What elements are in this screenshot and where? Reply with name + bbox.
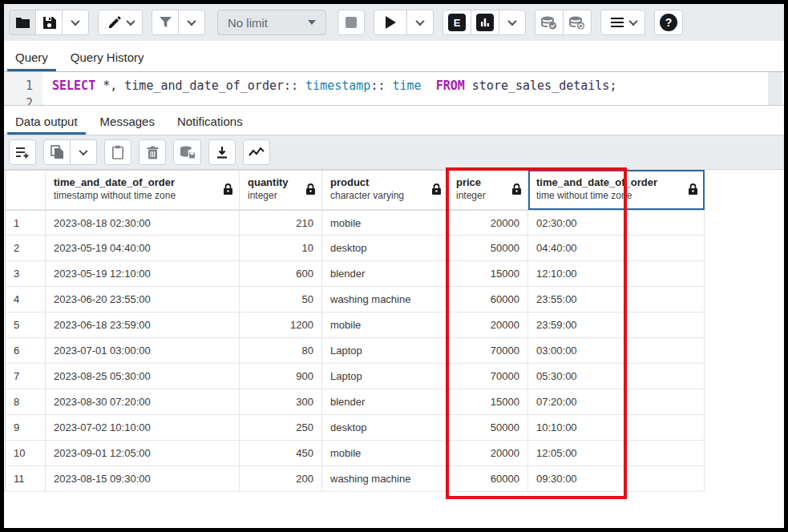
add-row-button[interactable] <box>9 139 36 165</box>
explain-options-button[interactable] <box>499 10 526 35</box>
tab-messages[interactable]: Messages <box>89 115 166 135</box>
copy-button[interactable] <box>43 139 71 165</box>
cell-time_and_date_of_order[interactable]: 09:30:00 <box>528 466 705 492</box>
cell-quantity[interactable]: 450 <box>240 441 322 466</box>
cell-time_and_date_of_order[interactable]: 2023-06-20 23:55:00 <box>46 287 240 312</box>
column-header-product[interactable]: productcharacter varying <box>322 170 448 210</box>
cell-price[interactable]: 15000 <box>448 261 528 287</box>
cell-price[interactable]: 70000 <box>448 338 528 364</box>
cell-price[interactable]: 20000 <box>448 312 528 338</box>
row-number[interactable]: 10 <box>5 441 46 466</box>
cell-product[interactable]: blender <box>322 389 448 415</box>
cell-quantity[interactable]: 600 <box>240 261 322 287</box>
row-number[interactable]: 9 <box>5 415 46 441</box>
cell-time_and_date_of_order[interactable]: 2023-07-02 10:10:00 <box>46 415 240 441</box>
sql-editor[interactable]: 1 2 SELECT *, time_and_date_of_order:: t… <box>4 72 784 106</box>
tab-query-history[interactable]: Query History <box>59 50 156 71</box>
column-header-time_and_date_of_order-time[interactable]: time_and_date_of_ordertime without time … <box>528 170 705 210</box>
cell-quantity[interactable]: 1200 <box>240 312 322 338</box>
cell-time_and_date_of_order[interactable]: 2023-07-01 03:00:00 <box>46 338 240 364</box>
cell-time_and_date_of_order[interactable]: 2023-08-18 02:30:00 <box>46 210 240 236</box>
explain-analyze-button[interactable] <box>471 10 499 35</box>
sql-code-line[interactable]: SELECT *, time_and_date_of_order:: times… <box>42 72 616 105</box>
cell-time_and_date_of_order[interactable]: 2023-08-30 07:20:00 <box>46 389 240 415</box>
cell-price[interactable]: 15000 <box>448 389 528 415</box>
tab-notifications[interactable]: Notifications <box>166 115 254 135</box>
cell-quantity[interactable]: 250 <box>240 415 322 441</box>
commit-button[interactable] <box>535 10 564 35</box>
cell-quantity[interactable]: 50 <box>240 287 322 312</box>
grid-corner-cell[interactable] <box>5 170 46 210</box>
cell-time_and_date_of_order[interactable]: 02:30:00 <box>528 210 705 236</box>
cell-price[interactable]: 60000 <box>448 466 528 492</box>
row-number[interactable]: 3 <box>5 261 46 287</box>
cell-price[interactable]: 60000 <box>448 287 528 312</box>
cell-time_and_date_of_order[interactable]: 23:55:00 <box>528 287 705 312</box>
cell-time_and_date_of_order[interactable]: 23:59:00 <box>528 312 705 338</box>
open-file-button[interactable] <box>9 10 36 35</box>
chart-button[interactable] <box>243 139 270 165</box>
column-header-price[interactable]: priceinteger <box>448 170 528 210</box>
cell-product[interactable]: mobile <box>322 441 448 466</box>
cell-product[interactable]: mobile <box>322 312 448 338</box>
cell-product[interactable]: mobile <box>322 210 448 236</box>
save-options-button[interactable] <box>62 10 89 35</box>
help-button[interactable]: ? <box>654 10 683 35</box>
row-number[interactable]: 7 <box>5 364 46 389</box>
delete-row-button[interactable] <box>139 139 166 165</box>
tab-query[interactable]: Query <box>4 50 59 71</box>
explain-button[interactable]: E <box>442 10 471 35</box>
row-number[interactable]: 2 <box>5 236 46 261</box>
cell-price[interactable]: 20000 <box>448 441 528 466</box>
execute-options-button[interactable] <box>406 10 434 35</box>
cell-product[interactable]: Laptop <box>322 338 448 364</box>
tab-data-output[interactable]: Data output <box>4 115 89 135</box>
paste-button[interactable] <box>104 139 131 165</box>
rollback-button[interactable] <box>563 10 592 35</box>
row-number[interactable]: 8 <box>5 389 46 415</box>
cell-time_and_date_of_order[interactable]: 2023-05-19 04:40:00 <box>46 236 240 261</box>
cell-product[interactable]: Laptop <box>322 364 448 389</box>
cell-time_and_date_of_order[interactable]: 2023-06-18 23:59:00 <box>46 312 240 338</box>
save-data-changes-button[interactable] <box>173 139 201 165</box>
row-number[interactable]: 1 <box>5 210 46 236</box>
row-number[interactable]: 6 <box>5 338 46 364</box>
cell-quantity[interactable]: 210 <box>240 210 322 236</box>
cell-price[interactable]: 50000 <box>448 415 528 441</box>
cell-quantity[interactable]: 10 <box>240 236 322 261</box>
cell-product[interactable]: washing machine <box>322 287 448 312</box>
filter-options-button[interactable] <box>178 10 205 35</box>
cell-quantity[interactable]: 80 <box>240 338 322 364</box>
cell-time_and_date_of_order[interactable]: 2023-08-15 09:30:00 <box>46 466 240 492</box>
cell-time_and_date_of_order[interactable]: 2023-09-01 12:05:00 <box>46 441 240 466</box>
cell-time_and_date_of_order[interactable]: 10:10:00 <box>528 415 705 441</box>
cell-time_and_date_of_order[interactable]: 07:20:00 <box>528 389 705 415</box>
execute-button[interactable] <box>374 10 407 35</box>
filter-button[interactable] <box>152 10 179 35</box>
cell-time_and_date_of_order[interactable]: 04:40:00 <box>528 236 705 261</box>
row-limit-select[interactable]: No limit <box>217 10 326 35</box>
cell-quantity[interactable]: 200 <box>240 466 322 492</box>
cell-product[interactable]: desktop <box>322 415 448 441</box>
cell-quantity[interactable]: 300 <box>240 389 322 415</box>
save-file-button[interactable] <box>35 10 63 35</box>
stop-button[interactable] <box>337 10 365 35</box>
row-number[interactable]: 4 <box>5 287 46 312</box>
cell-product[interactable]: blender <box>322 261 448 287</box>
cell-time_and_date_of_order[interactable]: 05:30:00 <box>528 364 705 389</box>
cell-time_and_date_of_order[interactable]: 2023-05-19 12:10:00 <box>46 261 240 287</box>
row-number[interactable]: 11 <box>5 466 46 492</box>
row-number[interactable]: 5 <box>5 312 46 338</box>
macros-button[interactable] <box>600 10 645 35</box>
cell-price[interactable]: 70000 <box>448 364 528 389</box>
cell-product[interactable]: desktop <box>322 236 448 261</box>
column-header-quantity[interactable]: quantityinteger <box>240 170 322 210</box>
cell-price[interactable]: 50000 <box>448 236 528 261</box>
edit-options-button[interactable] <box>98 10 143 35</box>
cell-price[interactable]: 20000 <box>448 210 528 236</box>
download-csv-button[interactable] <box>208 139 236 165</box>
cell-time_and_date_of_order[interactable]: 12:10:00 <box>528 261 705 287</box>
cell-product[interactable]: washing machine <box>322 466 448 492</box>
copy-options-button[interactable] <box>70 139 97 165</box>
cell-time_and_date_of_order[interactable]: 03:00:00 <box>528 338 705 364</box>
